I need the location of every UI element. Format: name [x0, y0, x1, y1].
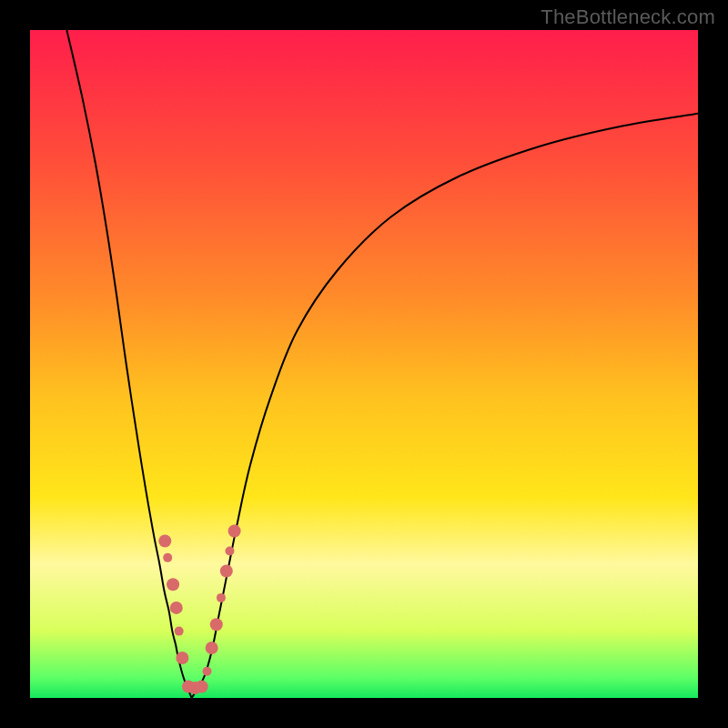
- watermark-label: TheBottleneck.com: [541, 5, 715, 29]
- data-point-marker: [163, 553, 172, 562]
- data-point-marker: [217, 593, 226, 602]
- data-point-marker: [203, 667, 212, 676]
- bottleneck-curve-chart: [30, 30, 698, 698]
- data-point-marker: [196, 681, 208, 693]
- chart-frame: TheBottleneck.com: [0, 0, 728, 728]
- data-point-marker: [206, 642, 218, 654]
- data-point-marker: [158, 535, 171, 548]
- plot-area: [30, 30, 698, 698]
- data-point-marker: [167, 578, 179, 591]
- data-point-marker: [220, 565, 233, 578]
- data-point-marker: [228, 525, 241, 538]
- data-point-marker: [176, 652, 188, 664]
- data-point-marker: [210, 618, 223, 631]
- data-point-marker: [170, 602, 183, 614]
- data-point-marker: [225, 547, 234, 556]
- data-point-marker: [175, 627, 184, 636]
- gradient-background: [30, 30, 698, 698]
